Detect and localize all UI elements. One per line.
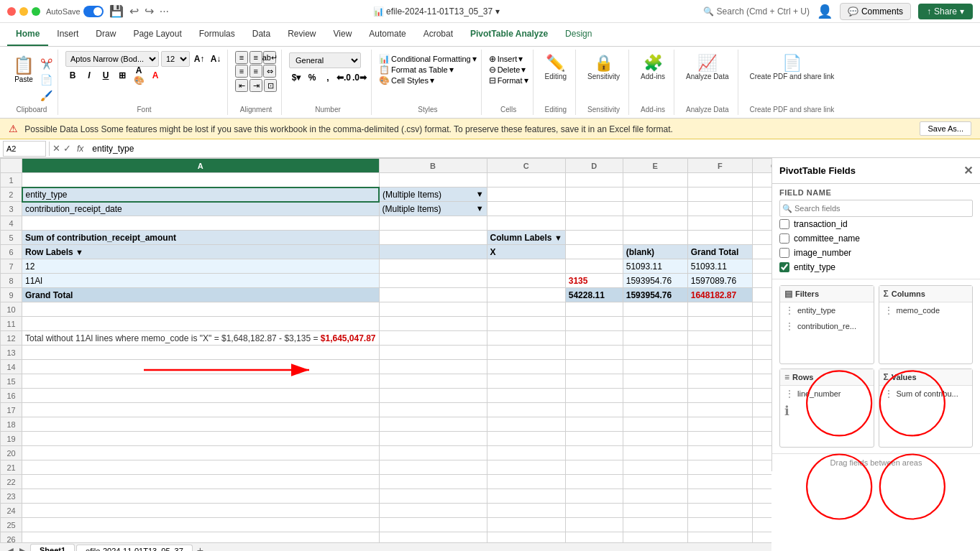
cell-C8[interactable] (487, 274, 565, 288)
align-right-button[interactable]: ⇔ (263, 65, 276, 78)
field-checkbox-committee-name[interactable] (779, 233, 789, 244)
sensitivity-button[interactable]: 🔒 Sensitivity (583, 51, 624, 83)
cancel-formula-icon[interactable]: ✕ (52, 143, 60, 154)
create-pdf-button[interactable]: 📄 Create PDF and share link (746, 51, 839, 83)
cell-D16[interactable] (565, 389, 623, 403)
cell-B23[interactable] (379, 489, 487, 504)
cell-C18[interactable] (487, 417, 565, 432)
conditional-formatting-button[interactable]: 📊 Conditional Formatting ▾ (379, 54, 477, 64)
delete-button[interactable]: ⊖ Delete ▾ (489, 65, 528, 75)
cell-D18[interactable] (565, 417, 623, 432)
cell-C16[interactable] (487, 389, 565, 403)
cell-E18[interactable] (623, 417, 687, 432)
cell-B3[interactable]: (Multiple Items) ▼ (379, 202, 487, 216)
cell-E12[interactable] (623, 331, 687, 346)
cell-E15[interactable] (623, 374, 687, 389)
cell-A14[interactable] (22, 360, 380, 374)
cell-G22[interactable] (752, 475, 771, 489)
align-center-button[interactable]: ≡ (249, 65, 262, 78)
increase-decimal-button[interactable]: .0➡ (352, 70, 367, 85)
cell-F4[interactable] (687, 216, 752, 231)
tab-draw[interactable]: Draw (87, 23, 124, 46)
cell-C10[interactable] (487, 302, 565, 317)
cell-G17[interactable] (752, 403, 771, 417)
cell-C19[interactable] (487, 432, 565, 446)
cell-F1[interactable] (687, 173, 752, 187)
cell-F17[interactable] (687, 403, 752, 417)
sheet-tab-efile[interactable]: efile-2024-11-01T13_05_37 (76, 545, 193, 551)
cell-E2[interactable] (623, 187, 687, 202)
cell-F22[interactable] (687, 475, 752, 489)
align-top-left-button[interactable]: ≡ (235, 51, 248, 64)
cell-B12[interactable] (379, 331, 487, 346)
tab-home[interactable]: Home (7, 23, 48, 46)
cell-D13[interactable] (565, 346, 623, 360)
cell-G9[interactable] (752, 288, 771, 302)
cell-E9[interactable]: 1593954.76 (623, 288, 687, 302)
filter-entity-type[interactable]: entity_type (780, 302, 874, 318)
cell-A18[interactable] (22, 417, 380, 432)
cell-A8[interactable]: 11Al (22, 274, 380, 288)
cell-D5[interactable] (565, 231, 623, 245)
merge-center-button[interactable]: ⊡ (264, 79, 277, 92)
editing-button[interactable]: ✏️ Editing (541, 51, 572, 83)
cell-E24[interactable] (623, 504, 687, 518)
cell-C7[interactable] (487, 259, 565, 274)
indent-decrease-button[interactable]: ⇤ (235, 79, 248, 92)
cell-C23[interactable] (487, 489, 565, 504)
cell-A9[interactable]: Grand Total (22, 288, 380, 302)
cell-F26[interactable] (687, 532, 752, 543)
cell-C5[interactable]: Column Labels ▼ (487, 231, 565, 245)
save-as-button[interactable]: Save As... (920, 121, 971, 136)
cell-B25[interactable] (379, 518, 487, 532)
autosave-switch[interactable] (83, 6, 104, 17)
cell-C9[interactable] (487, 288, 565, 302)
fill-color-button[interactable]: A🎨 (132, 68, 146, 83)
cell-C4[interactable] (487, 216, 565, 231)
dropdown-icon[interactable]: ▾ (495, 6, 500, 17)
cell-A5[interactable]: Sum of contribution_receipt_amount (22, 231, 380, 245)
share-button[interactable]: ↑ Share ▾ (918, 4, 973, 19)
format-painter-button[interactable]: 🖌️ (39, 88, 53, 103)
cell-D22[interactable] (565, 475, 623, 489)
cell-E13[interactable] (623, 346, 687, 360)
currency-button[interactable]: $▾ (289, 70, 303, 85)
copy-button[interactable]: 📄 (39, 73, 53, 87)
cell-D2[interactable] (565, 187, 623, 202)
filter-dropdown-entity[interactable]: ▼ (476, 190, 484, 198)
cell-F7[interactable]: 51093.11 (687, 259, 752, 274)
tab-page-layout[interactable]: Page Layout (124, 23, 190, 46)
cell-B18[interactable] (379, 417, 487, 432)
cell-C15[interactable] (487, 374, 565, 389)
cell-A12[interactable]: Total without 11Al lines where memo_code… (22, 331, 380, 346)
cell-D21[interactable] (565, 460, 623, 475)
tab-automate[interactable]: Automate (360, 23, 414, 46)
cell-G11[interactable] (752, 317, 771, 331)
paste-button[interactable]: 📋 Paste (10, 54, 37, 85)
cell-D24[interactable] (565, 504, 623, 518)
tab-pivot-analyze[interactable]: PivotTable Analyze (462, 23, 557, 46)
pivot-search-input[interactable] (779, 200, 973, 217)
cell-C25[interactable] (487, 518, 565, 532)
cell-E19[interactable] (623, 432, 687, 446)
cell-A7[interactable]: 12 (22, 259, 380, 274)
cell-E3[interactable] (623, 202, 687, 216)
cell-F19[interactable] (687, 432, 752, 446)
cell-C12[interactable] (487, 331, 565, 346)
cell-D20[interactable] (565, 446, 623, 460)
redo-icon[interactable]: ↪ (145, 4, 154, 18)
cell-B26[interactable] (379, 532, 487, 543)
cell-D23[interactable] (565, 489, 623, 504)
cell-B2[interactable]: (Multiple Items) ▼ (379, 187, 487, 202)
cell-F2[interactable] (687, 187, 752, 202)
cell-F3[interactable] (687, 202, 752, 216)
col-header-G[interactable]: G (752, 159, 771, 173)
cell-D11[interactable] (565, 317, 623, 331)
cell-C11[interactable] (487, 317, 565, 331)
cell-F12[interactable] (687, 331, 752, 346)
col-header-E[interactable]: E (623, 159, 687, 173)
cell-B9[interactable] (379, 288, 487, 302)
add-sheet-button[interactable]: + (194, 545, 206, 552)
cell-D6[interactable] (565, 245, 623, 259)
search-button[interactable]: 🔍 Search (Cmd + Ctrl + U) (703, 6, 810, 17)
